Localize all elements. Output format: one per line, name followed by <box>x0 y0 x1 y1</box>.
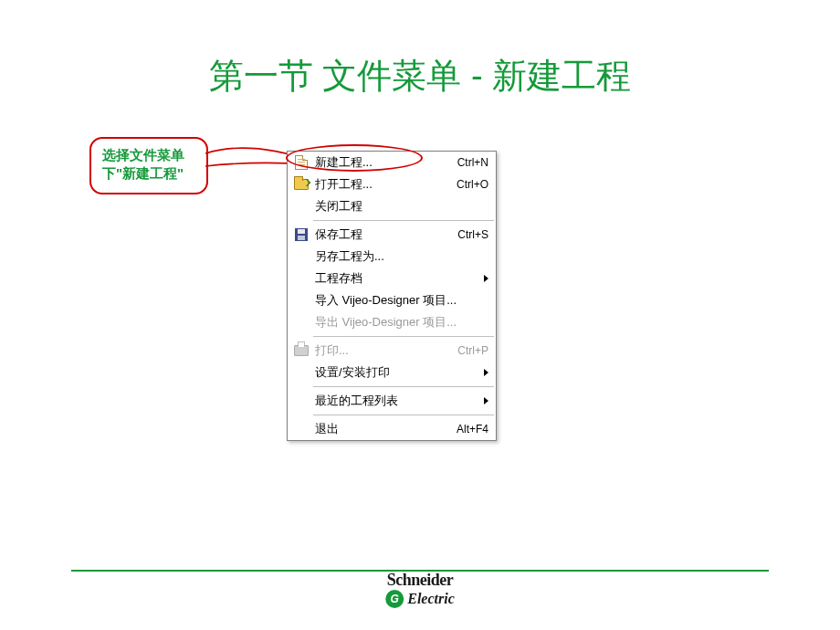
menu-icon-empty <box>291 248 311 265</box>
menu-item-label: 新建工程... <box>311 154 452 171</box>
menu-item[interactable]: 工程存档 <box>288 268 496 289</box>
callout-box: 选择文件菜单 下"新建工程" <box>89 137 208 194</box>
menu-icon-empty <box>291 198 311 215</box>
brand-name-bottom: Electric <box>407 591 455 607</box>
chevron-right-icon <box>484 369 488 376</box>
brand-badge-icon: G <box>385 590 404 608</box>
brand-name-top: Schneider <box>385 571 455 590</box>
menu-item-label: 设置/安装打印 <box>311 364 480 381</box>
menu-item-label: 导入 Vijeo-Designer 项目... <box>311 292 488 309</box>
menu-separator <box>313 336 494 337</box>
menu-item-label: 打开工程... <box>311 176 451 193</box>
menu-item-label: 关闭工程 <box>311 198 488 215</box>
callout-line-1: 选择文件菜单 <box>102 146 195 164</box>
new-doc-icon <box>291 154 311 171</box>
footer-logo: Schneider G Electric <box>385 571 455 608</box>
menu-item-label: 导出 Vijeo-Designer 项目... <box>311 314 488 331</box>
menu-shortcut: Ctrl+S <box>452 228 488 241</box>
menu-item: 打印...Ctrl+P <box>288 340 496 362</box>
menu-item: 导出 Vijeo-Designer 项目... <box>288 311 496 333</box>
menu-item[interactable]: 设置/安装打印 <box>288 362 496 383</box>
chevron-right-icon <box>484 397 488 404</box>
menu-item-label: 另存工程为... <box>311 248 488 265</box>
menu-shortcut: Alt+F4 <box>451 423 488 436</box>
chevron-right-icon <box>484 275 488 282</box>
menu-item[interactable]: 导入 Vijeo-Designer 项目... <box>288 289 496 311</box>
menu-icon-empty <box>291 393 311 409</box>
save-icon <box>291 226 311 243</box>
menu-icon-empty <box>291 364 311 381</box>
menu-item-label: 打印... <box>311 342 452 359</box>
menu-item-label: 保存工程 <box>311 226 452 243</box>
menu-item[interactable]: 关闭工程 <box>288 195 496 217</box>
menu-item-label: 退出 <box>311 421 451 437</box>
menu-item-label: 最近的工程列表 <box>311 393 480 409</box>
menu-shortcut: Ctrl+O <box>451 178 488 191</box>
file-menu: 新建工程...Ctrl+N打开工程...Ctrl+O关闭工程保存工程Ctrl+S… <box>287 151 497 441</box>
menu-item[interactable]: 新建工程...Ctrl+N <box>288 152 496 173</box>
open-folder-icon <box>291 176 311 193</box>
menu-separator <box>313 386 494 387</box>
menu-shortcut: Ctrl+P <box>452 344 488 357</box>
menu-item[interactable]: 最近的工程列表 <box>288 390 496 412</box>
menu-item[interactable]: 另存工程为... <box>288 246 496 268</box>
menu-separator <box>313 220 494 221</box>
callout-line-2: 下"新建工程" <box>102 164 195 183</box>
menu-item[interactable]: 保存工程Ctrl+S <box>288 224 496 246</box>
menu-shortcut: Ctrl+N <box>452 156 488 169</box>
menu-item[interactable]: 打开工程...Ctrl+O <box>288 173 496 195</box>
menu-icon-empty <box>291 314 311 331</box>
menu-separator <box>313 415 494 415</box>
menu-icon-empty <box>291 270 311 287</box>
menu-item[interactable]: 退出Alt+F4 <box>288 418 496 440</box>
menu-icon-empty <box>291 421 311 437</box>
page-title: 第一节 文件菜单 - 新建工程 <box>0 0 840 100</box>
menu-icon-empty <box>291 292 311 309</box>
print-icon <box>291 342 311 359</box>
menu-item-label: 工程存档 <box>311 270 480 287</box>
